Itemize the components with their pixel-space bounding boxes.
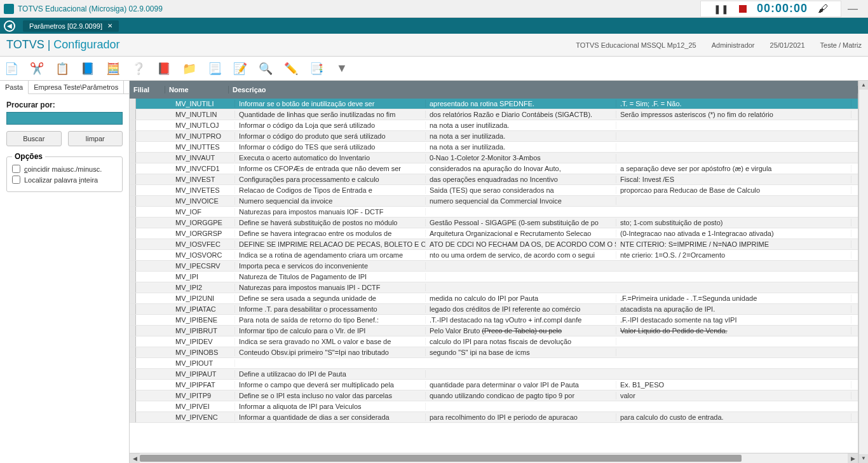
hscroll[interactable]: ◀ ▶ xyxy=(130,453,858,463)
hscroll-right[interactable]: ▶ xyxy=(848,453,858,463)
book-icon[interactable]: 📘 xyxy=(80,61,95,76)
cell-desc1: Naturezas para impostos manuais IOF - DC… xyxy=(235,208,426,216)
cut-icon[interactable]: ✂️ xyxy=(29,61,44,76)
table-row[interactable]: MV_INVESTConfigurações para processament… xyxy=(130,174,858,185)
pause-icon[interactable]: ❚❚ xyxy=(714,4,729,14)
meta-date: 25/01/2021 xyxy=(770,41,805,49)
buscar-button[interactable]: Buscar xyxy=(6,131,62,146)
table-row[interactable]: MV_INUTLINQuantidade de linhas que serão… xyxy=(130,109,858,120)
report-icon[interactable]: 📑 xyxy=(309,61,324,76)
minimize-icon[interactable]: — xyxy=(848,3,858,15)
table-row[interactable]: MV_IPIPFATInforme o campo que deverá ser… xyxy=(130,380,858,390)
search-icon[interactable]: 🔍 xyxy=(258,61,273,76)
brand-a: TOTVS | xyxy=(6,38,53,51)
table-row[interactable]: MV_INVCFD1Informe os CFOPÆs de entrada q… xyxy=(130,163,858,174)
cell-desc1: Informar o código do produto que será ut… xyxy=(235,132,426,140)
col-filial[interactable]: Filial xyxy=(130,86,165,93)
col-nome[interactable]: Nome xyxy=(165,86,229,93)
table-row[interactable]: MV_IPIVENCInformar a quantidade de dias … xyxy=(130,412,858,423)
hscroll-left[interactable]: ◀ xyxy=(130,453,140,463)
search-label: Procurar por: xyxy=(6,100,123,109)
sidebar-tab-path[interactable]: Empresa Teste\Parâmetros xyxy=(29,81,124,93)
grid-body[interactable]: MV_INUTILIInformar se o botão de inutili… xyxy=(130,99,858,453)
cb-maiusc[interactable]: coincidir maiusc./minusc. xyxy=(12,165,117,173)
copy-icon[interactable]: 📄 xyxy=(4,61,19,76)
clipboard-icon[interactable]: 📋 xyxy=(55,61,70,76)
table-row[interactable]: MV_IPIDEVIndica se sera gravado no XML o… xyxy=(130,336,858,347)
table-row[interactable]: MV_INUTILIInformar se o botão de inutili… xyxy=(130,99,858,109)
table-row[interactable]: MV_INUTTESInformar o código do TES que s… xyxy=(130,142,858,153)
add-icon[interactable]: 📝 xyxy=(233,61,248,76)
table-row[interactable]: MV_IPIOUT xyxy=(130,358,858,369)
cb-palavra-input[interactable] xyxy=(12,176,20,184)
sidebar-tab-pasta[interactable]: Pasta xyxy=(0,81,29,94)
row-gutter xyxy=(130,390,136,401)
cell-desc2: apresentado na rotina SPEDNFE. xyxy=(426,100,616,107)
folder-icon[interactable]: 📁 xyxy=(182,61,197,76)
col-descricao[interactable]: Descriçao xyxy=(229,86,858,93)
cell-desc2: na nota a user inutilizada. xyxy=(426,121,616,129)
table-row[interactable]: MV_IPI2UNIDefine se sera usada a segunda… xyxy=(130,293,858,304)
cell-desc2: Pelo Valor Bruto (Preco de Tabela) ou pe… xyxy=(426,327,616,335)
cell-nome: MV_IPI xyxy=(172,273,235,280)
cb-palavra-inteira[interactable]: Localizar palavra inteira xyxy=(12,176,117,184)
back-icon[interactable]: ◀ xyxy=(4,20,15,32)
cb-maiusc-input[interactable] xyxy=(12,165,20,173)
row-gutter xyxy=(130,412,136,422)
table-row[interactable]: MV_IOSVFECDEFINE SE IMPRIME RELACAO DE P… xyxy=(130,239,858,250)
row-gutter xyxy=(130,163,136,174)
cell-desc2: das operações enquadradas no Incentivo xyxy=(426,176,616,183)
table-row[interactable]: MV_IPIBRUTInformar tipo de calculo para … xyxy=(130,326,858,336)
cell-nome: MV_IPECSRV xyxy=(172,262,235,270)
table-row[interactable]: MV_IORGRSPDefine se havera integracao en… xyxy=(130,228,858,239)
table-row[interactable]: MV_IPIBENEPara nota de saída de retorno … xyxy=(130,315,858,326)
outer-up[interactable]: ▲ xyxy=(859,81,868,90)
table-row[interactable]: MV_INVOICENumero sequencial da invoicenu… xyxy=(130,196,858,207)
help-icon[interactable]: ❔ xyxy=(131,61,146,76)
outer-vscroll[interactable]: ▲ ▼ xyxy=(858,81,868,463)
table-row[interactable]: MV_IPECSRVImporta peca e servicos do inc… xyxy=(130,261,858,272)
table-row[interactable]: MV_IOSVORCIndica se a rotina de agendame… xyxy=(130,250,858,261)
table-row[interactable]: MV_INUTLOJInformar o código da Loja que … xyxy=(130,120,858,131)
table-row[interactable]: MV_INVETESRelacao de Codigos de Tipos de… xyxy=(130,185,858,196)
outer-down[interactable]: ▼ xyxy=(859,454,868,463)
row-gutter xyxy=(130,358,136,368)
cell-desc3: Fiscal: Invest /ES xyxy=(616,176,851,183)
edit-icon[interactable]: ✏️ xyxy=(283,61,299,76)
hscroll-thumb[interactable] xyxy=(140,455,742,462)
table-row[interactable]: MV_IPIATACInforme .T. para desabilitar o… xyxy=(130,304,858,315)
search-input[interactable] xyxy=(6,112,123,125)
window-title: TOTVS Educacional (Microsiga) 02.9.0099 xyxy=(18,4,163,13)
cell-desc1: Conteudo Obsv.ipi primeiro "S"=Ipi nao t… xyxy=(235,349,426,356)
table-row[interactable]: MV_IPIVEIInformar a aliquota de IPI para… xyxy=(130,401,858,412)
table-row[interactable]: MV_IORGGPEDefine se haverá substituição … xyxy=(130,218,858,228)
table-row[interactable]: MV_IPINatureza de Titulos de Pagamento d… xyxy=(130,272,858,282)
tab-close-icon[interactable]: ✕ xyxy=(107,22,112,29)
exit-icon[interactable]: 📕 xyxy=(156,61,172,76)
cell-nome: MV_IPIVENC xyxy=(172,413,235,421)
cell-nome: MV_IORGRSP xyxy=(172,230,235,237)
list-icon[interactable]: 📃 xyxy=(207,61,222,76)
brush-icon[interactable]: 🖌 xyxy=(818,3,828,15)
row-gutter xyxy=(130,326,136,336)
document-tab[interactable]: Parâmetros [02.9.0099] ✕ xyxy=(23,20,119,32)
cell-desc3: .F.=Primeira unidade - .T.=Segunda unida… xyxy=(616,294,851,302)
calc-icon[interactable]: 🧮 xyxy=(105,61,121,76)
filter-icon[interactable]: ▼ xyxy=(334,61,349,76)
row-gutter xyxy=(130,293,136,303)
opcoes-legend: Opções xyxy=(12,152,45,161)
table-row[interactable]: MV_INVAUTExecuta o acerto automatico do … xyxy=(130,153,858,163)
table-row[interactable]: MV_IPITP9Define se o IPI esta incluso no… xyxy=(130,390,858,401)
table-row[interactable]: MV_IOFNaturezas para impostos manuais IO… xyxy=(130,207,858,218)
table-row[interactable]: MV_IPIPAUTDefine a utilizacao do IPI de … xyxy=(130,369,858,380)
table-row[interactable]: MV_IPI2Naturezas para impostos manuais I… xyxy=(130,282,858,293)
cell-desc3: valor xyxy=(616,392,851,399)
stop-icon[interactable] xyxy=(739,5,747,13)
limpar-button[interactable]: limpar xyxy=(68,131,123,146)
cell-nome: MV_IPITP9 xyxy=(172,392,235,399)
table-row[interactable]: MV_IPINOBSConteudo Obsv.ipi primeiro "S"… xyxy=(130,347,858,358)
cell-nome: MV_INVOICE xyxy=(172,197,235,205)
cell-desc1: Informar o código da Loja que será utili… xyxy=(235,121,426,129)
table-row[interactable]: MV_INUTPROInformar o código do produto q… xyxy=(130,131,858,142)
cell-desc1: Naturezas para impostos manuais IPI - DC… xyxy=(235,284,426,291)
